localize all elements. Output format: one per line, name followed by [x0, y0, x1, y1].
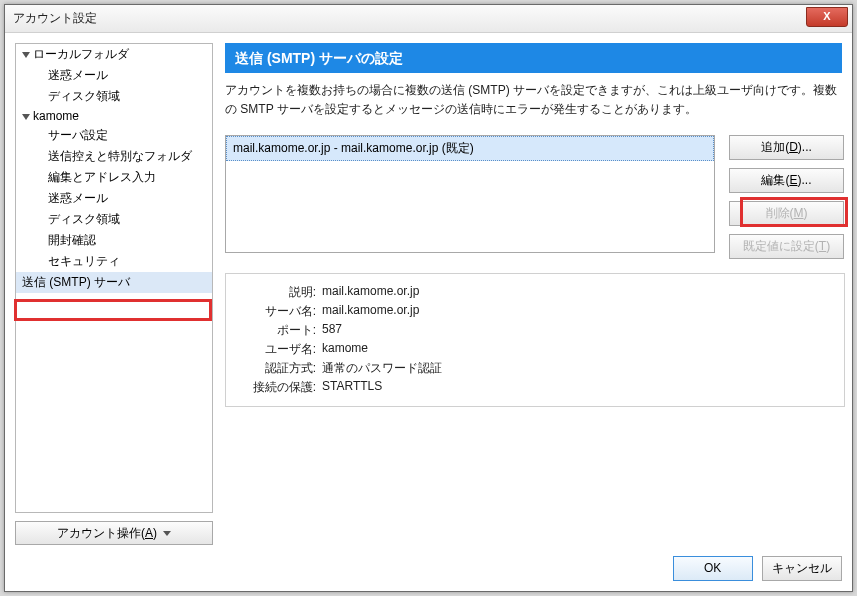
cancel-button[interactable]: キャンセル — [762, 556, 842, 581]
access-key: M — [794, 206, 804, 220]
content-area: ローカルフォルダ 迷惑メール ディスク領域 kamome サーバ設定 送信控えと… — [5, 33, 852, 591]
button-suffix: )... — [798, 173, 812, 187]
tree-item[interactable]: 開封確認 — [16, 230, 212, 251]
tree-label: 編集とアドレス入力 — [48, 170, 156, 184]
remove-button: 削除(M) — [729, 201, 844, 226]
tree-label: 送信 (SMTP) サーバ — [22, 275, 130, 289]
add-button[interactable]: 追加(D)... — [729, 135, 844, 160]
titlebar: アカウント設定 X — [5, 5, 852, 33]
detail-value: 通常のパスワード認証 — [322, 360, 442, 377]
panel-heading: 送信 (SMTP) サーバの設定 — [225, 43, 842, 73]
detail-server: サーバ名:mail.kamome.or.jp — [236, 303, 834, 320]
chevron-down-icon — [22, 114, 30, 120]
server-item-label: mail.kamome.or.jp - mail.kamome.or.jp (既… — [233, 141, 474, 155]
detail-port: ポート:587 — [236, 322, 834, 339]
detail-label: 接続の保護: — [236, 379, 316, 396]
tree-item[interactable]: 迷惑メール — [16, 65, 212, 86]
detail-value: kamome — [322, 341, 368, 358]
window-title: アカウント設定 — [13, 10, 97, 27]
account-operations-button[interactable]: アカウント操作(A) — [15, 521, 213, 545]
chevron-down-icon — [163, 531, 171, 536]
detail-value: STARTTLS — [322, 379, 382, 396]
tree-item[interactable]: サーバ設定 — [16, 125, 212, 146]
detail-value: mail.kamome.or.jp — [322, 303, 419, 320]
tree-label: kamome — [33, 109, 79, 123]
tree-item[interactable]: ディスク領域 — [16, 209, 212, 230]
button-suffix: ) — [804, 206, 808, 220]
access-key: D — [789, 140, 798, 154]
tree-label: 迷惑メール — [48, 68, 108, 82]
detail-label: 説明: — [236, 284, 316, 301]
tree-label: 送信控えと特別なフォルダ — [48, 149, 192, 163]
button-suffix: )... — [798, 140, 812, 154]
tree-label: セキュリティ — [48, 254, 120, 268]
server-action-buttons: 追加(D)... 編集(E)... 削除(M) 既定値に設定(T) — [729, 135, 844, 267]
access-key: A — [145, 526, 153, 540]
detail-label: サーバ名: — [236, 303, 316, 320]
button-label: アカウント操作( — [57, 526, 145, 540]
edit-button[interactable]: 編集(E)... — [729, 168, 844, 193]
tree-item[interactable]: ディスク領域 — [16, 86, 212, 107]
detail-label: 認証方式: — [236, 360, 316, 377]
detail-value: mail.kamome.or.jp — [322, 284, 419, 301]
tree-label: 迷惑メール — [48, 191, 108, 205]
button-label: OK — [704, 561, 721, 575]
tree-label: サーバ設定 — [48, 128, 108, 142]
server-details: 説明:mail.kamome.or.jp サーバ名:mail.kamome.or… — [225, 273, 845, 407]
tree-local-folders[interactable]: ローカルフォルダ — [16, 44, 212, 65]
ok-button[interactable]: OK — [673, 556, 753, 581]
detail-description: 説明:mail.kamome.or.jp — [236, 284, 834, 301]
tree-item[interactable]: セキュリティ — [16, 251, 212, 272]
button-suffix: ) — [153, 526, 157, 540]
detail-label: ポート: — [236, 322, 316, 339]
dialog-window: アカウント設定 X ローカルフォルダ 迷惑メール ディスク領域 kamome サ… — [4, 4, 853, 592]
button-label: 追加( — [761, 140, 789, 154]
set-default-button: 既定値に設定(T) — [729, 234, 844, 259]
smtp-server-item[interactable]: mail.kamome.or.jp - mail.kamome.or.jp (既… — [226, 136, 714, 161]
detail-value: 587 — [322, 322, 342, 339]
tree-label: ディスク領域 — [48, 89, 120, 103]
panel-description: アカウントを複数お持ちの場合に複数の送信 (SMTP) サーバを設定できますが、… — [225, 81, 842, 119]
smtp-server-list[interactable]: mail.kamome.or.jp - mail.kamome.or.jp (既… — [225, 135, 715, 253]
tree-label: ディスク領域 — [48, 212, 120, 226]
button-label: キャンセル — [772, 561, 832, 575]
detail-label: ユーザ名: — [236, 341, 316, 358]
chevron-down-icon — [22, 52, 30, 58]
tree-item[interactable]: 編集とアドレス入力 — [16, 167, 212, 188]
access-key: E — [789, 173, 797, 187]
tree-item[interactable]: 迷惑メール — [16, 188, 212, 209]
tree-label: ローカルフォルダ — [33, 47, 129, 61]
tree-label: 開封確認 — [48, 233, 96, 247]
button-label: 編集( — [761, 173, 789, 187]
detail-auth: 認証方式:通常のパスワード認証 — [236, 360, 834, 377]
tree-account[interactable]: kamome — [16, 107, 212, 125]
button-suffix: ) — [826, 239, 830, 253]
tree-smtp-servers[interactable]: 送信 (SMTP) サーバ — [16, 272, 212, 293]
button-label: 削除( — [766, 206, 794, 220]
detail-security: 接続の保護:STARTTLS — [236, 379, 834, 396]
main-panel: 送信 (SMTP) サーバの設定 アカウントを複数お持ちの場合に複数の送信 (S… — [225, 43, 842, 119]
detail-user: ユーザ名:kamome — [236, 341, 834, 358]
close-button[interactable]: X — [806, 7, 848, 27]
button-label: 既定値に設定( — [743, 239, 819, 253]
tree-item[interactable]: 送信控えと特別なフォルダ — [16, 146, 212, 167]
account-tree: ローカルフォルダ 迷惑メール ディスク領域 kamome サーバ設定 送信控えと… — [15, 43, 213, 513]
dialog-footer: OK キャンセル — [667, 556, 842, 581]
